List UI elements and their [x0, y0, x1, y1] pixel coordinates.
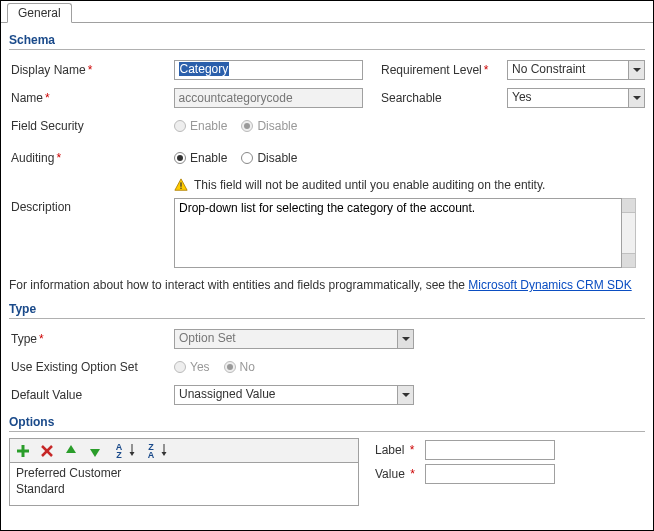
sort-asc-arrow: [129, 442, 135, 459]
label-option-value: Value *: [375, 467, 425, 481]
sort-asc-icon[interactable]: AZ: [111, 443, 127, 459]
option-value-input[interactable]: [425, 464, 555, 484]
sort-desc-arrow: [161, 442, 167, 459]
label-requirement-level: Requirement Level*: [381, 63, 507, 77]
use-existing-group: Yes No: [174, 360, 255, 374]
label-use-existing: Use Existing Option Set: [9, 360, 174, 374]
label-description: Description: [9, 198, 174, 214]
section-schema: Schema: [9, 29, 645, 50]
field-security-disable: Disable: [241, 119, 297, 133]
label-name: Name*: [9, 91, 174, 105]
field-editor-window: General Schema Display Name* Category Re…: [0, 0, 654, 531]
svg-marker-10: [130, 452, 135, 456]
options-toolbar: AZ ZA: [9, 438, 359, 463]
field-security-enable: Enable: [174, 119, 227, 133]
auditing-warning: This field will not be audited until you…: [174, 178, 645, 192]
tab-general[interactable]: General: [7, 3, 72, 23]
dropdown-icon: [628, 89, 644, 107]
requirement-level-select[interactable]: No Constraint: [507, 60, 645, 80]
dropdown-icon: [397, 330, 413, 348]
description-textarea[interactable]: Drop-down list for selecting the categor…: [174, 198, 622, 268]
options-list[interactable]: Preferred Customer Standard: [9, 463, 359, 506]
move-down-icon[interactable]: [87, 443, 103, 459]
auditing-group: Enable Disable: [174, 151, 297, 165]
option-label-input[interactable]: [425, 440, 555, 460]
label-auditing: Auditing*: [9, 151, 174, 165]
svg-marker-7: [66, 445, 76, 453]
warning-icon: [174, 178, 188, 192]
scrollbar-stub: [622, 198, 636, 268]
list-item[interactable]: Preferred Customer: [16, 465, 352, 481]
dropdown-icon: [397, 386, 413, 404]
svg-marker-12: [162, 452, 167, 456]
sdk-link[interactable]: Microsoft Dynamics CRM SDK: [468, 278, 631, 292]
svg-marker-8: [90, 449, 100, 457]
section-type: Type: [9, 298, 645, 319]
label-default-value: Default Value: [9, 388, 174, 402]
label-field-security: Field Security: [9, 119, 174, 133]
dropdown-icon: [628, 61, 644, 79]
use-existing-yes: Yes: [174, 360, 210, 374]
label-option-label: Label *: [375, 443, 425, 457]
auditing-disable[interactable]: Disable: [241, 151, 297, 165]
sort-desc-icon[interactable]: ZA: [143, 443, 159, 459]
name-input: [174, 88, 363, 108]
move-up-icon[interactable]: [63, 443, 79, 459]
use-existing-no: No: [224, 360, 255, 374]
label-type: Type*: [9, 332, 174, 346]
display-name-input[interactable]: Category: [174, 60, 363, 80]
type-select: Option Set: [174, 329, 414, 349]
svg-rect-2: [180, 188, 181, 189]
auditing-enable[interactable]: Enable: [174, 151, 227, 165]
field-security-group: Enable Disable: [174, 119, 297, 133]
label-display-name: Display Name*: [9, 63, 174, 77]
tab-bar: General: [1, 1, 653, 23]
delete-icon[interactable]: [39, 443, 55, 459]
add-icon[interactable]: [15, 443, 31, 459]
sdk-info: For information about how to interact wi…: [9, 278, 645, 292]
default-value-select[interactable]: Unassigned Value: [174, 385, 414, 405]
svg-rect-1: [180, 182, 181, 186]
section-options: Options: [9, 411, 645, 432]
label-searchable: Searchable: [381, 91, 507, 105]
searchable-select[interactable]: Yes: [507, 88, 645, 108]
list-item[interactable]: Standard: [16, 481, 352, 497]
svg-rect-4: [17, 449, 29, 452]
